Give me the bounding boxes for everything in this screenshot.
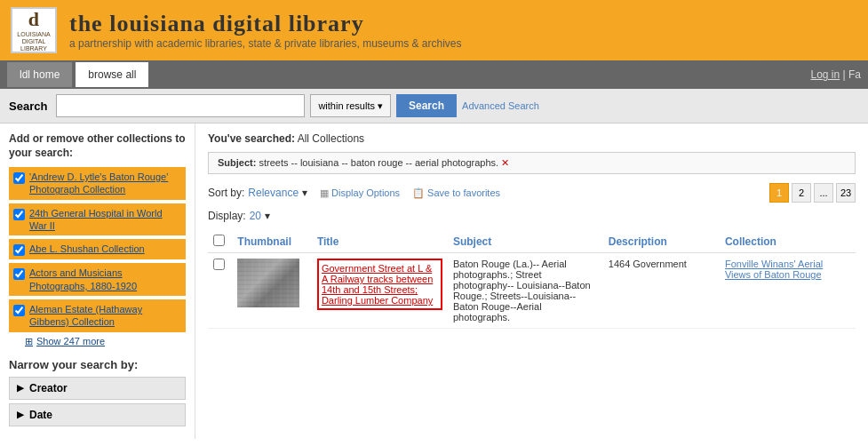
collection-item-2[interactable]: Abe L. Shushan Collection	[9, 239, 186, 259]
facet-creator-arrow-icon: ▶	[17, 383, 24, 393]
col-header-check	[208, 231, 232, 253]
facet-date-arrow-icon: ▶	[17, 410, 24, 419]
navbar: ldl home browse all Log in | Fa	[0, 60, 868, 89]
search-button[interactable]: Search	[396, 94, 457, 117]
login-link[interactable]: Log in	[810, 68, 840, 81]
collection-checkbox-0[interactable]	[13, 172, 25, 184]
show-more-link[interactable]: ⊞ Show 247 more	[25, 336, 186, 347]
collection-checkbox-3[interactable]	[13, 268, 25, 280]
sort-value[interactable]: Relevance	[248, 187, 299, 199]
facet-date: ▶ Date	[9, 403, 186, 426]
site-title: the louisiana digital library	[69, 11, 462, 37]
table-row: Government Street at L & A Railway track…	[208, 253, 856, 329]
subject-filter-value: streets -- louisiana -- baton rouge -- a…	[259, 157, 498, 168]
save-favorites-icon: 📋	[412, 187, 425, 199]
results-table: Thumbnail Title Subject Description Coll…	[208, 231, 856, 329]
sidebar: Add or remove other collections to your …	[0, 123, 195, 439]
collection-label-3: Actors and Musicians Photographs, 1880-1…	[29, 267, 181, 292]
collection-checkbox-4[interactable]	[13, 305, 25, 316]
row-collection-cell: Fonville Winans' Aerial Views of Baton R…	[720, 253, 856, 329]
collection-label-2: Abe L. Shushan Collection	[29, 243, 145, 255]
save-favorites-btn[interactable]: 📋 Save to favorites	[412, 187, 500, 199]
col-header-subject: Subject	[448, 231, 603, 253]
facet-creator-label: Creator	[29, 382, 68, 394]
result-title-link[interactable]: Government Street at L & A Railway track…	[322, 263, 433, 306]
row-description-cell: 1464 Government	[603, 253, 720, 329]
sort-dropdown-icon[interactable]: ▾	[302, 187, 307, 199]
content-area: You've searched: All Collections Subject…	[195, 123, 868, 439]
thumbnail-image	[237, 259, 299, 307]
sort-label: Sort by:	[208, 187, 244, 199]
fa-link[interactable]: Fa	[848, 68, 861, 81]
col-header-title: Title	[312, 231, 448, 253]
pagination: 1 2 ... 23	[769, 183, 856, 203]
facet-date-label: Date	[29, 409, 52, 421]
display-options-btn[interactable]: ▦ Display Options	[320, 187, 400, 199]
row-checkbox-cell	[208, 253, 232, 329]
nav-left: ldl home browse all	[7, 62, 148, 87]
sidebar-add-remove-title: Add or remove other collections to your …	[9, 132, 186, 160]
narrow-search-title: Narrow your search by:	[9, 358, 186, 371]
page-btn-ellipsis: ...	[814, 183, 833, 203]
search-label: Search	[9, 100, 47, 113]
col-header-thumbnail: Thumbnail	[232, 231, 312, 253]
nav-right: Log in | Fa	[810, 68, 861, 81]
subject-filter-remove-btn[interactable]: ✕	[501, 157, 509, 168]
subject-filter-label: Subject:	[218, 157, 256, 168]
result-collection-link[interactable]: Fonville Winans' Aerial Views of Baton R…	[725, 259, 823, 280]
display-dropdown-icon[interactable]: ▾	[265, 210, 270, 222]
row-subject-cell: Baton Rouge (La.)-- Aerial photographs.;…	[448, 253, 603, 329]
facet-date-header[interactable]: ▶ Date	[10, 404, 185, 426]
collection-checkbox-2[interactable]	[13, 244, 25, 256]
plus-icon: ⊞	[25, 336, 33, 347]
site-subtitle: a partnership with academic libraries, s…	[69, 37, 462, 50]
searched-label: You've searched:	[208, 132, 295, 145]
collection-checkbox-1[interactable]	[13, 209, 25, 220]
collection-label-4: Aleman Estate (Hathaway Gibbens) Collect…	[29, 303, 181, 329]
search-input[interactable]	[56, 94, 305, 117]
dropdown-arrow-icon: ▾	[378, 100, 383, 111]
collection-item-4[interactable]: Aleman Estate (Hathaway Gibbens) Collect…	[9, 299, 186, 332]
page-btn-23[interactable]: 23	[836, 183, 856, 203]
row-title-cell: Government Street at L & A Railway track…	[312, 253, 448, 329]
results-table-body: Government Street at L & A Railway track…	[208, 253, 856, 329]
row-thumbnail-cell	[232, 253, 312, 329]
results-table-head: Thumbnail Title Subject Description Coll…	[208, 231, 856, 253]
display-options-icon: ▦	[320, 187, 329, 199]
advanced-search-link[interactable]: Advanced Search	[462, 100, 539, 111]
searched-value: All Collections	[298, 132, 364, 145]
display-value[interactable]: 20	[250, 210, 261, 222]
toolbar: Sort by: Relevance ▾ ▦ Display Options 📋…	[208, 183, 856, 203]
result-description: 1464 Government	[609, 259, 687, 269]
facet-creator: ▶ Creator	[9, 377, 186, 400]
browse-all-btn[interactable]: browse all	[76, 62, 148, 87]
sort-by: Sort by: Relevance ▾	[208, 187, 307, 199]
site-header: d LOUISIANADIGITALLIBRARY the louisiana …	[0, 0, 868, 60]
facet-creator-header[interactable]: ▶ Creator	[10, 378, 185, 399]
display-row: Display: 20 ▾	[208, 210, 856, 222]
result-thumbnail[interactable]	[237, 259, 299, 307]
main-layout: Add or remove other collections to your …	[0, 123, 868, 439]
col-header-description: Description	[603, 231, 720, 253]
within-results-btn[interactable]: within results ▾	[310, 94, 391, 117]
row-checkbox[interactable]	[213, 259, 225, 270]
col-header-collection: Collection	[720, 231, 856, 253]
logo-letter: d	[17, 8, 50, 31]
collection-item-0[interactable]: 'Andrew D. Lytle's Baton Rouge' Photogra…	[9, 167, 186, 200]
searched-line: You've searched: All Collections	[208, 132, 856, 145]
page-btn-1[interactable]: 1	[769, 183, 789, 203]
collection-label-1: 24th General Hospital in World War II	[29, 207, 181, 233]
select-all-checkbox[interactable]	[213, 235, 225, 246]
site-logo: d LOUISIANADIGITALLIBRARY	[11, 7, 57, 53]
searchbar: Search within results ▾ Search Advanced …	[0, 89, 868, 123]
title-box: Government Street at L & A Railway track…	[317, 259, 442, 310]
logo-sub-text: LOUISIANADIGITALLIBRARY	[17, 31, 50, 52]
collection-label-0: 'Andrew D. Lytle's Baton Rouge' Photogra…	[29, 171, 181, 196]
collection-item-1[interactable]: 24th General Hospital in World War II	[9, 203, 186, 236]
subject-filter: Subject: streets -- louisiana -- baton r…	[208, 152, 856, 174]
toolbar-left: Sort by: Relevance ▾ ▦ Display Options 📋…	[208, 187, 500, 199]
display-label: Display:	[208, 210, 246, 222]
ldl-home-btn[interactable]: ldl home	[7, 62, 72, 87]
page-btn-2[interactable]: 2	[792, 183, 811, 203]
collection-item-3[interactable]: Actors and Musicians Photographs, 1880-1…	[9, 263, 186, 296]
